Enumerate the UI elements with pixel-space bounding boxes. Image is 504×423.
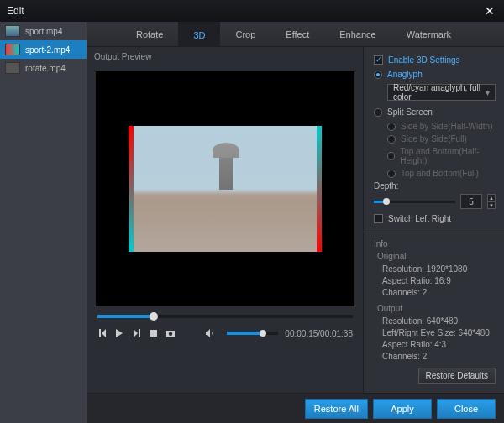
info-out-channels: Channels: 2 [382,352,496,361]
file-thumbnail [5,25,20,37]
depth-value[interactable]: 5 [460,194,482,209]
file-item[interactable]: sport-2.mp4 [0,40,87,59]
tab-enhance[interactable]: Enhance [324,22,391,46]
info-out-resolution: Resolution: 640*480 [382,316,496,326]
tab-bar: Rotate 3D Crop Effect Enhance Watermark [87,22,504,47]
volume-icon[interactable] [205,326,215,340]
volume-slider[interactable] [227,332,278,335]
tab-effect[interactable]: Effect [270,22,324,46]
anaglyph-mode-dropdown[interactable]: Red/cyan anaglyph, full color [387,84,496,101]
original-header: Original [377,252,496,261]
info-aspect: Aspect Ratio: 16:9 [382,276,496,285]
snapshot-button[interactable] [165,326,176,340]
file-label: sport.mp4 [25,27,62,36]
apply-button[interactable]: Apply [373,399,432,419]
close-button[interactable]: Close [437,399,496,419]
depth-down-button[interactable]: ▼ [487,201,496,209]
settings-panel: Enable 3D Settings Anaglyph Red/cyan ana… [363,47,504,393]
info-resolution: Resolution: 1920*1080 [382,264,496,274]
switch-lr-checkbox[interactable]: Switch Left Right [374,214,496,223]
info-out-eyesize: Left/Right Eye Size: 640*480 [382,328,496,337]
split-sbs-full-radio: Side by Side(Full) [387,134,496,144]
file-thumbnail [5,44,20,55]
restore-all-button[interactable]: Restore All [305,399,368,419]
tab-3d[interactable]: 3D [178,22,220,46]
file-list: sport.mp4 sport-2.mp4 rotate.mp4 [0,22,87,423]
restore-defaults-button[interactable]: Restore Defaults [418,368,496,384]
file-label: rotate.mp4 [25,64,66,73]
file-item[interactable]: sport.mp4 [0,22,87,40]
split-sbs-half-radio: Side by Side(Half-Width) [387,122,496,131]
info-header: Info [374,239,496,248]
preview-label: Output Preview [87,52,363,65]
play-button[interactable] [114,326,124,340]
close-icon[interactable]: ✕ [482,3,497,18]
depth-label: Depth: [374,181,496,191]
stop-button[interactable] [149,326,159,340]
depth-up-button[interactable]: ▲ [487,194,496,201]
prev-button[interactable] [97,326,108,340]
depth-slider[interactable] [374,201,455,203]
tab-rotate[interactable]: Rotate [121,22,178,46]
footer: Restore All Apply Close [87,393,504,423]
next-button[interactable] [132,326,142,340]
split-screen-radio[interactable]: Split Screen [374,107,496,117]
anaglyph-radio[interactable]: Anaglyph [374,70,496,79]
split-tb-full-radio: Top and Bottom(Full) [387,169,496,178]
time-display: 00:00:15/00:01:38 [285,329,353,338]
enable-3d-checkbox[interactable]: Enable 3D Settings [374,55,496,65]
file-thumbnail [5,62,20,74]
titlebar: Edit ✕ [0,0,504,22]
seek-slider[interactable] [97,315,353,318]
info-channels: Channels: 2 [382,288,496,297]
edit-window: Edit ✕ sport.mp4 sport-2.mp4 rotate.mp4 … [0,0,504,423]
preview-video [96,71,354,306]
file-label: sport-2.mp4 [25,45,70,55]
preview-frame [129,126,322,252]
split-tb-half-radio: Top and Bottom(Half-Height) [387,147,496,165]
checkbox-icon [374,214,383,223]
tab-crop[interactable]: Crop [220,22,270,46]
radio-icon [374,70,382,79]
output-header: Output [377,304,496,313]
tab-watermark[interactable]: Watermark [391,22,466,46]
info-out-aspect: Aspect Ratio: 4:3 [382,340,496,349]
file-item[interactable]: rotate.mp4 [0,59,87,77]
checkbox-icon [374,55,383,65]
radio-icon [374,108,382,117]
window-title: Edit [7,5,24,17]
